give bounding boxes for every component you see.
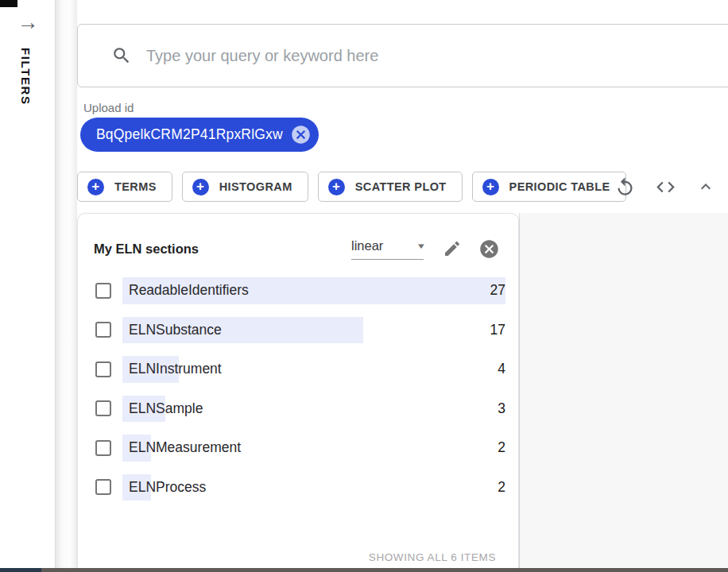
eln-sections-widget-card: My ELN sections linear ▾ ReadableIdentif…: [77, 213, 519, 568]
row-count: 17: [490, 317, 505, 344]
results-area: [519, 213, 728, 568]
pencil-icon: [443, 239, 462, 258]
plus-icon: +: [192, 179, 209, 195]
reset-filters-button[interactable]: [614, 176, 636, 198]
eln-sections-list: ReadableIdentifiers 27 ELNSubstance 17 E…: [78, 277, 518, 500]
add-terms-button[interactable]: + TERMS: [77, 172, 172, 202]
scale-select-value: linear: [351, 238, 383, 253]
filters-vertical-label: FILTERS: [19, 48, 33, 106]
items-count-status: SHOWING ALL 6 ITEMS: [369, 551, 496, 563]
upload-id-label: Upload id: [83, 101, 134, 114]
upload-id-chip[interactable]: BqQpelkCRM2P41RpxRlGxw: [80, 118, 319, 152]
row-count: 27: [490, 277, 505, 304]
row-label: ELNSubstance: [129, 317, 222, 344]
code-icon: [655, 176, 676, 198]
row-count: 4: [498, 356, 505, 383]
replay-icon: [614, 176, 636, 198]
item-bar-area[interactable]: ELNSample 3: [122, 396, 505, 423]
widget-card-header: My ELN sections linear ▾: [78, 214, 518, 263]
terms-button-label: TERMS: [114, 180, 157, 193]
item-bar-area[interactable]: ELNMeasurement 2: [122, 435, 505, 462]
collapse-panel-button[interactable]: [695, 176, 717, 198]
item-checkbox[interactable]: [95, 440, 111, 456]
sidebar-divider-gutter: [55, 0, 77, 568]
scrollbar-thumb[interactable]: [41, 568, 728, 572]
add-histogram-button[interactable]: + HISTOGRAM: [182, 172, 308, 202]
close-widget-button[interactable]: [478, 238, 500, 260]
row-count: 2: [498, 474, 505, 501]
list-item: ELNSample 3: [95, 396, 505, 423]
list-item: ELNMeasurement 2: [95, 435, 505, 462]
item-bar-area[interactable]: ReadableIdentifiers 27: [122, 277, 505, 304]
row-count: 2: [498, 435, 505, 462]
scrollbar-corner: [0, 568, 41, 572]
bottom-scrollbar: [0, 568, 728, 572]
caret-down-icon: ▾: [418, 241, 424, 251]
periodic-table-button-label: PERIODIC TABLE: [509, 180, 610, 193]
search-input[interactable]: [146, 47, 728, 65]
list-item: ELNSubstance 17: [95, 317, 505, 344]
histogram-button-label: HISTOGRAM: [219, 180, 292, 193]
filters-sidebar-collapsed: → FILTERS: [0, 0, 55, 568]
item-checkbox[interactable]: [95, 361, 111, 377]
add-scatter-plot-button[interactable]: + SCATTER PLOT: [318, 172, 463, 202]
plus-icon: +: [87, 179, 104, 195]
list-item: ELNProcess 2: [95, 474, 505, 501]
row-label: ELNProcess: [129, 474, 206, 501]
item-bar-area[interactable]: ELNSubstance 17: [122, 317, 505, 344]
item-checkbox[interactable]: [95, 283, 111, 299]
query-code-button[interactable]: [654, 176, 676, 198]
row-label: ReadableIdentifiers: [129, 277, 249, 304]
list-item: ReadableIdentifiers 27: [95, 277, 505, 304]
row-label: ELNMeasurement: [129, 435, 241, 462]
close-circle-icon: [478, 238, 500, 260]
chevron-up-icon: [696, 177, 715, 196]
item-checkbox[interactable]: [95, 400, 111, 416]
widget-buttons-row: + TERMS + HISTOGRAM + SCATTER PLOT + PER…: [77, 172, 626, 202]
filter-actions: [614, 176, 717, 198]
chip-delete-icon[interactable]: [290, 124, 312, 145]
open-filters-arrow-icon[interactable]: →: [17, 10, 39, 35]
add-periodic-table-button[interactable]: + PERIODIC TABLE: [472, 172, 626, 202]
row-count: 3: [498, 396, 505, 423]
item-bar-area[interactable]: ELNProcess 2: [122, 474, 505, 501]
search-icon: [111, 45, 132, 66]
plus-icon: +: [328, 179, 345, 195]
window-corner-decoration: [0, 0, 17, 7]
search-bar[interactable]: [77, 24, 728, 87]
item-checkbox[interactable]: [95, 479, 111, 495]
row-label: ELNSample: [129, 396, 203, 423]
row-label: ELNInstrument: [129, 356, 222, 383]
scatter-plot-button-label: SCATTER PLOT: [355, 180, 447, 193]
item-bar-area[interactable]: ELNInstrument 4: [122, 356, 505, 383]
scale-select[interactable]: linear ▾: [351, 238, 424, 260]
plus-icon: +: [482, 179, 499, 195]
upload-id-chip-value: BqQpelkCRM2P41RpxRlGxw: [96, 126, 283, 143]
widget-title: My ELN sections: [94, 242, 351, 257]
item-checkbox[interactable]: [95, 322, 111, 338]
edit-widget-button[interactable]: [443, 239, 462, 258]
list-item: ELNInstrument 4: [95, 356, 505, 383]
